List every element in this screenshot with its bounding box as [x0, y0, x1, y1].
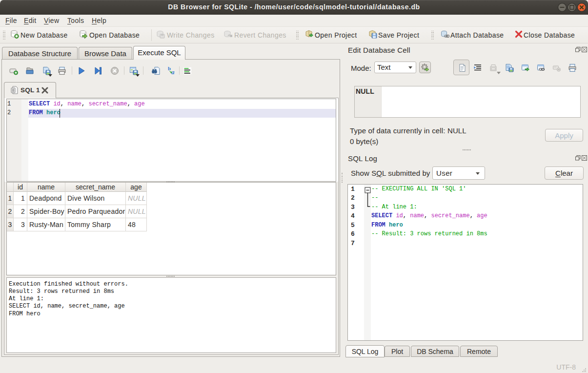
svg-text:a: a — [171, 68, 175, 75]
svg-text:b: b — [168, 66, 171, 71]
